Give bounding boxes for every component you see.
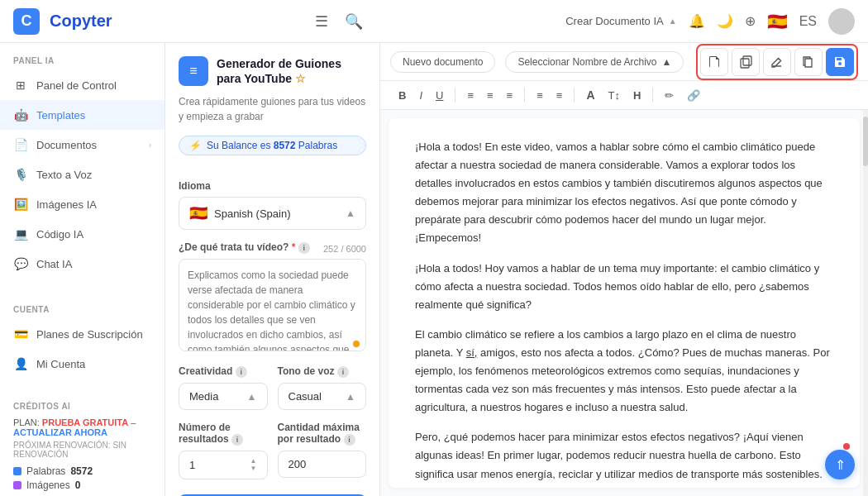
moon-icon[interactable]: 🌙 — [717, 13, 733, 29]
de-que-textarea[interactable] — [179, 259, 366, 351]
numero-label: Número de resultados i — [179, 422, 268, 446]
sidebar-item-codigo-ia[interactable]: 💻 Código IA — [0, 219, 165, 249]
imagenes-credit: Imágenes 0 — [13, 479, 151, 491]
idioma-label: Idioma — [179, 180, 366, 192]
prueba-label: PRUEBA GRATUITA — [42, 417, 128, 427]
imagenes-dot — [13, 481, 21, 489]
heading-button[interactable]: H — [628, 87, 646, 104]
italic-button[interactable]: I — [414, 87, 427, 104]
tono-info-icon[interactable]: i — [337, 366, 349, 378]
language-flag[interactable]: 🇪🇸 — [767, 12, 788, 31]
font-color-button[interactable]: A — [581, 86, 599, 104]
sidebar-item-templates[interactable]: 🤖 Templates — [0, 100, 165, 130]
card-icon: 💳 — [13, 327, 28, 341]
edit-button[interactable] — [763, 48, 791, 76]
star-icon[interactable]: ☆ — [295, 72, 306, 85]
notifications-icon[interactable]: 🔔 — [689, 13, 705, 29]
fmt-sep-3 — [574, 88, 575, 103]
credits-section: CRÉDITOS AI PLAN: PRUEBA GRATUITA – ACTU… — [0, 392, 165, 496]
sidebar-item-texto-voz[interactable]: 🎙️ Texto a Voz — [0, 160, 165, 189]
lang-flag: 🇪🇸 — [189, 204, 207, 222]
paragraph-3: El cambio climático se refiere a los cam… — [415, 326, 833, 417]
seleccionar-nombre-button[interactable]: Seleccionar Nombre de Archivo ▲ — [505, 51, 684, 73]
imagenes-label: Imágenes — [26, 479, 70, 491]
cuenta-title: CUENTA — [0, 292, 165, 319]
renovacion-row: PRÓXIMA RENOVACIÓN: SIN RENOVACIÓN — [13, 441, 151, 459]
seleccionar-chevron-icon: ▲ — [662, 56, 672, 68]
sidebar-item-documentos[interactable]: 📄 Documentos › — [0, 130, 165, 160]
document-icon: 📄 — [13, 137, 28, 152]
copy-button[interactable] — [732, 48, 760, 76]
hamburger-icon[interactable]: ☰ — [312, 9, 331, 34]
user-icon: 👤 — [13, 356, 28, 371]
duplicate-button[interactable] — [794, 48, 823, 76]
user-avatar[interactable] — [828, 8, 855, 35]
sidebar-label-cuenta: Mi Cuenta — [36, 358, 151, 370]
search-icon[interactable]: 🔍 — [341, 9, 366, 34]
creatividad-col: Creatividad i Media ▲ — [179, 354, 268, 410]
font-size-button[interactable]: T↕ — [603, 87, 625, 104]
save-button[interactable] — [826, 48, 854, 76]
chevron-up-icon: ▲ — [669, 17, 677, 26]
sidebar-item-mi-cuenta[interactable]: 👤 Mi Cuenta — [0, 349, 165, 379]
image-icon: 🖼️ — [13, 197, 28, 212]
numero-info-icon[interactable]: i — [231, 434, 243, 446]
align-center-button[interactable]: ≡ — [482, 87, 498, 104]
sidebar-label-chat: Chat IA — [36, 258, 151, 270]
sidebar-label-panel: Panel de Control — [36, 79, 151, 92]
actualizar-link[interactable]: ACTUALIZAR AHORA — [13, 427, 107, 437]
template-icon: ≡ — [179, 56, 208, 86]
palabras-label: Palabras — [26, 465, 65, 477]
tool-btn-group — [696, 44, 858, 80]
editor-area[interactable]: ¡Hola a todos! En este video, vamos a ha… — [389, 118, 860, 488]
brush-button[interactable]: ✏ — [660, 87, 679, 104]
info-icon[interactable]: i — [298, 242, 310, 254]
align-right-button[interactable]: ≡ — [502, 87, 518, 104]
expand-icon[interactable]: ⊕ — [745, 13, 756, 29]
chat-icon: 💬 — [13, 256, 28, 271]
svg-rect-0 — [741, 59, 749, 68]
underline-button[interactable]: U — [431, 87, 448, 104]
numero-down-arrow[interactable]: ▼ — [250, 465, 257, 472]
imagenes-count: 0 — [75, 479, 81, 491]
numero-up-arrow[interactable]: ▲ — [250, 458, 257, 465]
bold-button[interactable]: B — [393, 87, 411, 104]
formatting-bar: B I U ≡ ≡ ≡ ≡ ≡ A T↕ H ✏ 🔗 — [380, 81, 868, 110]
template-header: ≡ Generador de Guiones para YouTube ☆ — [179, 56, 366, 86]
char-count: 252 / 6000 — [323, 244, 366, 254]
cantidad-info-icon[interactable]: i — [344, 434, 355, 446]
ordered-list-button[interactable]: ≡ — [532, 87, 548, 104]
required-marker: * — [292, 241, 296, 253]
sidebar-item-imagenes-ia[interactable]: 🖼️ Imágenes IA — [0, 189, 165, 219]
scrollbar-thumb[interactable] — [863, 117, 868, 166]
sidebar-item-planes[interactable]: 💳 Planes de Suscripción — [0, 319, 165, 349]
cantidad-field: 200 — [278, 451, 367, 478]
template-description: Crea rápidamente guiones para tus videos… — [179, 94, 366, 124]
es-label[interactable]: ES — [799, 14, 817, 29]
lang-chevron-icon: ▲ — [346, 207, 355, 219]
align-left-button[interactable]: ≡ — [462, 87, 479, 104]
scroll-to-top-button[interactable]: ⇑ — [825, 450, 855, 479]
sidebar-item-chat-ia[interactable]: 💬 Chat IA — [0, 249, 165, 279]
nuevo-documento-tab[interactable]: Nuevo documento — [390, 51, 495, 73]
bolt-icon: ⚡ — [189, 140, 202, 151]
logo-icon: C — [13, 8, 40, 35]
plan-row: PLAN: PRUEBA GRATUITA – ACTUALIZAR AHORA — [13, 417, 151, 437]
paragraph-4: Pero, ¿qué podemos hacer para minimizar … — [415, 428, 833, 488]
underline-word: sí, — [466, 346, 478, 359]
creatividad-tono-row: Creatividad i Media ▲ Tono de voz i Casu… — [179, 354, 366, 410]
palabras-dot — [13, 467, 21, 475]
numero-arrows[interactable]: ▲ ▼ — [250, 458, 257, 472]
numero-cantidad-row: Número de resultados i 1 ▲ ▼ Cantidad má… — [179, 410, 366, 479]
link-button[interactable]: 🔗 — [682, 87, 705, 104]
palabras-credit: Palabras 8572 — [13, 465, 151, 477]
sidebar-item-panel-control[interactable]: ⊞ Panel de Control — [0, 70, 165, 100]
tono-select[interactable]: Casual ▲ — [278, 383, 367, 410]
creatividad-select[interactable]: Media ▲ — [179, 383, 268, 410]
language-select[interactable]: 🇪🇸 Spanish (Spain) ▲ — [179, 197, 366, 230]
new-doc-button[interactable] — [700, 48, 728, 76]
unordered-list-button[interactable]: ≡ — [551, 87, 568, 104]
creatividad-info-icon[interactable]: i — [236, 366, 247, 378]
crear-documento-button[interactable]: Crear Documento IA ▲ — [565, 15, 676, 27]
code-icon: 💻 — [13, 227, 28, 241]
